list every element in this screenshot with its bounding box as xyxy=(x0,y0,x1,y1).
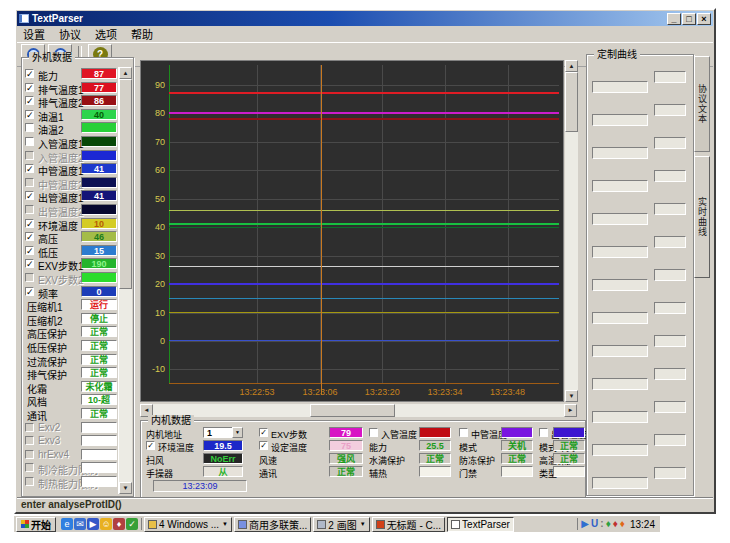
checkbox[interactable]: ✓ xyxy=(25,83,34,92)
curve-name-field[interactable] xyxy=(592,81,648,93)
ie-icon[interactable]: e xyxy=(61,518,73,530)
checkbox[interactable] xyxy=(25,273,34,282)
curve-value-field[interactable] xyxy=(654,434,686,446)
titlebar[interactable]: TextParser _ □ × xyxy=(17,11,713,26)
update-icon[interactable]: ✓ xyxy=(126,518,138,530)
dropdown-arrow-icon[interactable]: ▼ xyxy=(360,521,366,527)
curve-name-field[interactable] xyxy=(592,345,648,357)
scroll-thumb[interactable] xyxy=(310,404,395,417)
scroll-right-icon[interactable]: ► xyxy=(564,404,577,417)
curve-value-field[interactable] xyxy=(654,137,686,149)
curve-name-field[interactable] xyxy=(592,312,648,324)
curve-value-field[interactable] xyxy=(654,368,686,380)
checkbox[interactable]: ✓ xyxy=(25,110,34,119)
curve-name-field[interactable] xyxy=(592,477,648,489)
menu-item[interactable]: 选项 xyxy=(95,26,117,42)
task-button[interactable]: 商用多联策... xyxy=(234,517,311,532)
scroll-thumb[interactable] xyxy=(119,79,132,289)
task-button[interactable]: 4 Windows ...▼ xyxy=(144,517,232,532)
checkbox[interactable]: ✓ xyxy=(259,428,268,437)
curve-name-field[interactable] xyxy=(592,279,648,291)
curve-name-field[interactable] xyxy=(592,147,648,159)
checkbox[interactable] xyxy=(25,123,34,132)
checkbox[interactable]: ✓ xyxy=(146,441,155,450)
launcher-icon[interactable]: ▶ xyxy=(581,518,589,530)
dropdown-arrow-icon[interactable]: ▼ xyxy=(222,521,228,527)
curve-value-field[interactable] xyxy=(654,467,686,479)
realtime-curve-chart[interactable]: 9080706050403020100-1013:22:5313:23:0613… xyxy=(140,60,564,402)
agent-icon[interactable]: U xyxy=(591,518,598,530)
curve-value-field[interactable] xyxy=(654,170,686,182)
checkbox[interactable]: ✓ xyxy=(25,69,34,78)
curve-name-field[interactable] xyxy=(592,411,648,423)
curve-name-field[interactable] xyxy=(592,378,648,390)
curve-value-field[interactable] xyxy=(654,104,686,116)
checkbox[interactable] xyxy=(369,428,378,437)
checkbox[interactable] xyxy=(25,205,34,214)
curve-value-field[interactable] xyxy=(654,203,686,215)
checkbox[interactable]: ✓ xyxy=(25,259,34,268)
checkbox[interactable] xyxy=(25,137,34,146)
curve-name-field[interactable] xyxy=(592,444,648,456)
red-monitor-icon[interactable]: ♦ xyxy=(613,518,618,530)
curve-value-field[interactable] xyxy=(654,236,686,248)
curve-value-field[interactable] xyxy=(654,335,686,347)
checkbox[interactable]: ✓ xyxy=(25,246,34,255)
side-tab-realtime-curve[interactable]: 实时曲线 xyxy=(694,156,710,278)
media-player-icon[interactable]: ▶ xyxy=(87,518,99,530)
chart-vertical-scrollbar[interactable]: ▲▼ xyxy=(565,60,578,402)
menu-item[interactable]: 设置 xyxy=(23,26,45,42)
checkbox[interactable] xyxy=(25,436,34,445)
checkbox[interactable] xyxy=(25,463,34,472)
checkbox[interactable] xyxy=(459,428,468,437)
checkbox[interactable]: ✓ xyxy=(25,164,34,173)
curve-name-field[interactable] xyxy=(592,246,648,258)
dropdown-arrow-icon[interactable]: ▼ xyxy=(232,427,243,438)
side-tab-protocol-text[interactable]: 协议文本 xyxy=(694,56,710,152)
checkbox[interactable]: ✓ xyxy=(25,232,34,241)
scroll-down-icon[interactable]: ▼ xyxy=(119,482,132,494)
mail-icon[interactable]: ✉ xyxy=(74,518,86,530)
flame-icon[interactable]: ♦ xyxy=(620,518,625,530)
checkbox[interactable] xyxy=(25,450,34,459)
checkbox[interactable]: ✓ xyxy=(259,441,268,450)
curve-value-field[interactable] xyxy=(654,401,686,413)
app-icon xyxy=(19,14,29,23)
curve-value-field[interactable] xyxy=(654,302,686,314)
scroll-up-icon[interactable]: ▲ xyxy=(119,67,132,79)
curve-value-field[interactable] xyxy=(654,71,686,83)
task-button[interactable]: 2 画图▼ xyxy=(313,517,369,532)
checkbox[interactable]: ✓ xyxy=(25,219,34,228)
checkbox[interactable]: ✓ xyxy=(25,96,34,105)
close-button[interactable]: × xyxy=(697,13,711,25)
chart-horizontal-scrollbar[interactable]: ◄► xyxy=(140,404,577,417)
chart-cursor-line[interactable] xyxy=(321,65,322,395)
checkbox[interactable] xyxy=(25,423,34,432)
start-button[interactable]: 开始 xyxy=(16,517,56,532)
checkbox[interactable]: ✓ xyxy=(25,191,34,200)
status-dots-icon[interactable]: : xyxy=(600,518,603,530)
maximize-button[interactable]: □ xyxy=(682,13,696,25)
minimize-button[interactable]: _ xyxy=(667,13,681,25)
curve-value-field[interactable] xyxy=(654,269,686,281)
curve-name-field[interactable] xyxy=(592,180,648,192)
security-icon[interactable]: ♦ xyxy=(113,518,125,530)
outdoor-row: 制热能力限制 xyxy=(25,475,118,488)
curve-name-field[interactable] xyxy=(592,213,648,225)
task-button[interactable]: 无标题 - C... xyxy=(372,517,445,532)
checkbox[interactable] xyxy=(539,428,548,437)
checkbox[interactable]: ✓ xyxy=(25,287,34,296)
scroll-thumb[interactable] xyxy=(565,72,578,132)
task-button[interactable]: TextParser xyxy=(447,517,514,532)
checkbox[interactable] xyxy=(25,151,34,160)
checkbox[interactable] xyxy=(25,477,34,486)
menu-item[interactable]: 帮助 xyxy=(131,26,153,42)
menu-item[interactable]: 协议 xyxy=(59,26,81,42)
scroll-down-icon[interactable]: ▼ xyxy=(565,390,578,402)
scroll-up-icon[interactable]: ▲ xyxy=(565,60,578,72)
curve-name-field[interactable] xyxy=(592,114,648,126)
messenger-icon[interactable]: ☺ xyxy=(100,518,112,530)
outdoor-scrollbar[interactable]: ▲▼ xyxy=(118,67,132,494)
checkbox[interactable] xyxy=(25,178,34,187)
green-monitor-icon[interactable]: ♦ xyxy=(606,518,611,530)
